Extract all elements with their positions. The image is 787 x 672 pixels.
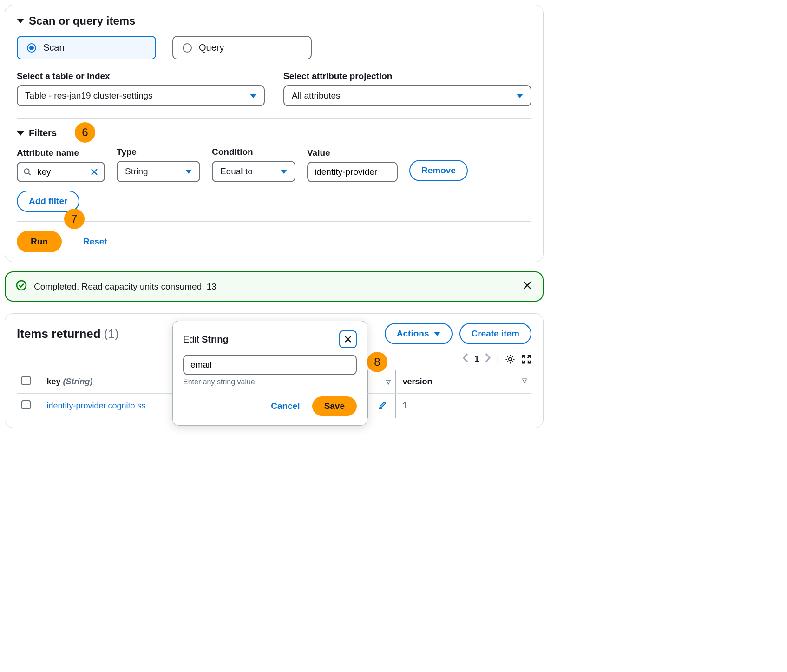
popover-save-button[interactable]: Save: [312, 396, 357, 416]
scan-query-title: Scan or query items: [29, 14, 135, 27]
filter-type-group: Type String: [117, 147, 200, 182]
radio-selected-icon: [27, 43, 36, 53]
remove-filter-button[interactable]: Remove: [409, 160, 468, 181]
chevron-down-icon: [250, 94, 256, 98]
table-select-group: Select a table or index Table - res-jan1…: [17, 71, 265, 106]
filter-condition-select[interactable]: Equal to: [212, 161, 295, 182]
search-icon: [23, 168, 32, 176]
row-version: 1: [396, 394, 531, 419]
select-all-checkbox[interactable]: [21, 376, 31, 385]
chevron-down-icon: [185, 170, 192, 174]
svg-point-7: [509, 357, 512, 360]
popover-hint: Enter any string value.: [183, 378, 357, 386]
clear-icon[interactable]: [90, 168, 98, 176]
projection-select-value: All attributes: [292, 91, 341, 101]
items-count: (1): [104, 327, 119, 341]
popover-close-button[interactable]: [339, 330, 357, 348]
column-version[interactable]: version ▽: [396, 370, 531, 394]
column-hidden-sort[interactable]: ▽: [368, 370, 396, 394]
scan-query-panel: Scan or query items Scan Query Select a …: [5, 5, 544, 262]
chevron-down-icon: [434, 332, 440, 336]
items-title: Items returned (1): [17, 327, 119, 341]
annotation-badge-6: 6: [75, 122, 95, 143]
projection-select[interactable]: All attributes: [283, 85, 531, 106]
chevron-down-icon: [517, 94, 523, 98]
items-panel: Items returned (1) Actions Create item 8…: [5, 313, 544, 428]
divider: [17, 118, 531, 119]
projection-select-group: Select attribute projection All attribut…: [283, 71, 531, 106]
table-select-value: Table - res-jan19.cluster-settings: [25, 91, 153, 101]
success-icon: [16, 280, 27, 293]
edit-string-popover: Edit String Enter any string value. Canc…: [172, 321, 367, 426]
scan-radio-label: Scan: [43, 42, 65, 53]
row-key-link[interactable]: identity-provider.cognito.ss: [47, 401, 146, 410]
filter-condition-label: Condition: [212, 147, 295, 157]
row-checkbox[interactable]: [21, 400, 31, 409]
caret-down-icon: [17, 131, 24, 136]
filter-value-input-wrap[interactable]: [307, 162, 398, 182]
chevron-down-icon: [281, 170, 287, 174]
caret-down-icon: [17, 19, 24, 23]
actions-button[interactable]: Actions: [385, 323, 453, 344]
reset-button[interactable]: Reset: [80, 236, 110, 247]
filter-attr-name-input[interactable]: [36, 166, 85, 178]
add-filter-button[interactable]: Add filter: [17, 191, 79, 212]
settings-button[interactable]: [505, 354, 516, 365]
table-select-label: Select a table or index: [17, 71, 265, 81]
svg-point-0: [24, 169, 29, 174]
prev-page-button[interactable]: [462, 353, 469, 365]
filter-value-input[interactable]: [314, 166, 391, 178]
projection-select-label: Select attribute projection: [283, 71, 531, 81]
filter-type-select[interactable]: String: [117, 161, 200, 182]
alert-message: Completed. Read capacity units consumed:…: [34, 282, 216, 292]
popover-value-input-wrap[interactable]: [183, 355, 357, 375]
query-radio[interactable]: Query: [172, 36, 312, 59]
popover-value-input[interactable]: [190, 359, 350, 370]
radio-unselected-icon: [183, 43, 192, 53]
scan-query-mode-row: Scan Query: [17, 36, 531, 59]
divider: [17, 221, 531, 222]
items-actions: Actions Create item: [385, 323, 531, 344]
filter-row: Attribute name Type String: [17, 147, 531, 182]
filter-value-label: Value: [307, 148, 398, 158]
completion-alert: Completed. Read capacity units consumed:…: [5, 271, 544, 302]
pager: 1: [462, 353, 491, 365]
filter-attr-name-group: Attribute name: [17, 148, 105, 182]
filters-title: Filters: [29, 128, 57, 138]
filter-condition-group: Condition Equal to: [212, 147, 295, 182]
annotation-badge-8: 8: [367, 352, 387, 372]
popover-title: Edit String: [183, 334, 229, 345]
run-button[interactable]: Run: [17, 231, 62, 252]
popover-cancel-button[interactable]: Cancel: [268, 401, 302, 412]
filter-type-value: String: [125, 166, 148, 177]
query-radio-label: Query: [199, 42, 224, 53]
filter-attr-name-label: Attribute name: [17, 148, 105, 158]
scan-query-header[interactable]: Scan or query items: [17, 14, 531, 27]
close-alert-button[interactable]: [522, 280, 532, 293]
table-select[interactable]: Table - res-jan19.cluster-settings: [17, 85, 265, 106]
svg-point-4: [17, 281, 26, 290]
create-item-button[interactable]: Create item: [459, 323, 532, 344]
filter-attr-name-input-wrap[interactable]: [17, 162, 105, 182]
filter-condition-value: Equal to: [220, 166, 253, 177]
filter-value-group: Value: [307, 148, 398, 182]
run-row: 7 Run Reset: [17, 231, 531, 252]
fullscreen-button[interactable]: [521, 354, 531, 364]
scan-radio[interactable]: Scan: [17, 36, 156, 59]
edit-icon[interactable]: [378, 402, 387, 411]
filter-type-label: Type: [117, 147, 200, 157]
annotation-badge-7: 7: [64, 209, 85, 229]
current-page: 1: [474, 354, 479, 364]
svg-line-1: [28, 173, 31, 175]
next-page-button[interactable]: [485, 353, 491, 365]
